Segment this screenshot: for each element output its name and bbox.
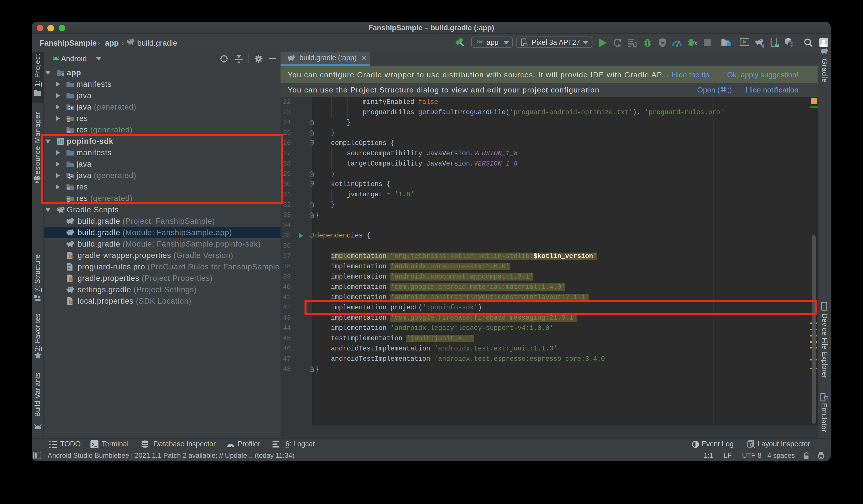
svg-text:A: A [617,43,621,47]
